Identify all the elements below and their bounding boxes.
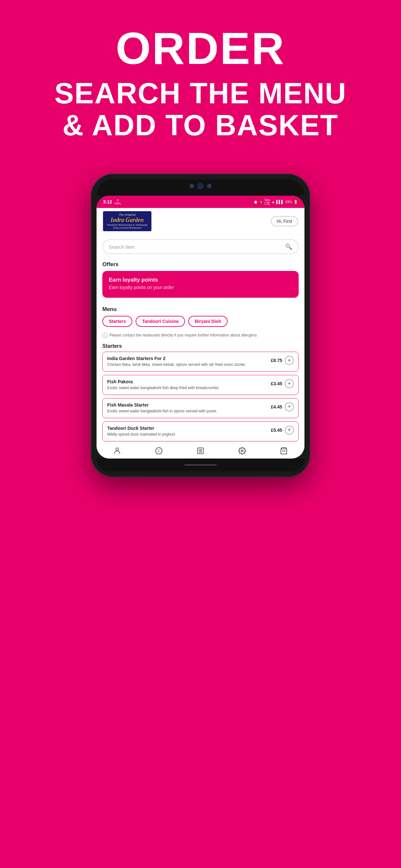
phone-top-bar bbox=[96, 180, 305, 196]
logo-main-name: Indra Garden bbox=[107, 217, 148, 224]
menu-title: Menu bbox=[102, 306, 299, 313]
search-icon: 🔍 bbox=[285, 243, 292, 250]
offer-card: Earn loyalty points Earn loyalty points … bbox=[102, 271, 299, 298]
offers-title: Offers bbox=[102, 261, 299, 268]
menu-tabs: Starters Tandoori Cuisine Biryani Dish bbox=[102, 316, 299, 327]
item-price-4: £5.45 bbox=[271, 428, 282, 433]
mute-icon: 🔇 bbox=[259, 200, 263, 204]
item-price-1: £8.75 bbox=[271, 358, 282, 363]
tab-starters[interactable]: Starters bbox=[102, 316, 132, 327]
phone-bottom-bar bbox=[96, 459, 305, 471]
starters-heading: Starters bbox=[102, 343, 299, 349]
signal-icon: ▌▌▌ bbox=[276, 200, 284, 204]
camera-dot-2 bbox=[197, 183, 204, 189]
search-box[interactable]: Search item 🔍 bbox=[102, 239, 299, 254]
phone-screen: 3:12 0KB/s ⏰ 🔇 VooLTE ▲ ▌▌▌ 43% 🔋 The Or… bbox=[96, 196, 305, 459]
nav-menu[interactable] bbox=[197, 447, 204, 455]
hero-section: ORDER SEARCH THE MENU& ADD TO BASKET bbox=[0, 0, 401, 154]
bottom-nav bbox=[96, 443, 305, 459]
add-button-1[interactable]: + bbox=[285, 356, 294, 365]
status-time: 3:12 bbox=[103, 199, 112, 205]
offer-card-title: Earn loyalty points bbox=[109, 277, 292, 283]
restaurant-logo: The Original Indra Garden Tandoori Resta… bbox=[103, 211, 151, 231]
phone-cameras bbox=[189, 183, 212, 189]
item-price-2: £3.45 bbox=[271, 381, 282, 386]
menu-item-3: Fish Masala Starter Exotic sweet water b… bbox=[102, 398, 299, 418]
item-info-3: Fish Masala Starter Exotic sweet water b… bbox=[107, 402, 271, 414]
item-desc-3: Exotic sweet water bangladeshi fish in s… bbox=[107, 408, 268, 414]
starters-section: Starters India Garden Starters For 2 Chi… bbox=[96, 341, 305, 441]
item-price-add-3: £4.45 + bbox=[271, 402, 294, 411]
allergen-text: Please contact the restaurant directly i… bbox=[110, 333, 257, 338]
item-desc-1: Chicken tikka, lamb tikka, sheek kebab, … bbox=[107, 362, 268, 368]
app-header: The Original Indra Garden Tandoori Resta… bbox=[96, 208, 305, 235]
hero-subtitle: SEARCH THE MENU& ADD TO BASKET bbox=[19, 78, 382, 142]
item-info-1: India Garden Starters For 2 Chicken tikk… bbox=[107, 356, 271, 368]
item-name-4: Tandoori Duck Starter bbox=[107, 426, 268, 431]
add-button-4[interactable]: + bbox=[285, 426, 294, 435]
item-name-3: Fish Masala Starter bbox=[107, 402, 268, 407]
battery-icon: 🔋 bbox=[294, 200, 298, 204]
network-icon: VooLTE bbox=[265, 198, 270, 206]
add-button-2[interactable]: + bbox=[285, 379, 294, 388]
item-price-add-4: £5.45 + bbox=[271, 426, 294, 435]
item-info-2: Fish Pakora Exotic sweet water banglades… bbox=[107, 379, 271, 391]
battery-text: 43% bbox=[285, 200, 292, 204]
offers-section: Offers Earn loyalty points Earn loyalty … bbox=[96, 259, 305, 302]
add-button-3[interactable]: + bbox=[285, 402, 294, 411]
item-price-add-2: £3.45 + bbox=[271, 379, 294, 388]
status-icons: ⏰ 🔇 VooLTE ▲ ▌▌▌ 43% 🔋 bbox=[253, 198, 298, 206]
home-indicator bbox=[184, 464, 217, 466]
item-info-4: Tandoori Duck Starter Mildly spiced duck… bbox=[107, 426, 271, 437]
alarm-icon: ⏰ bbox=[253, 200, 258, 204]
info-icon: i bbox=[102, 333, 107, 338]
item-desc-2: Exotic sweet water bangladeshi fish deep… bbox=[107, 385, 268, 391]
phone-frame: 3:12 0KB/s ⏰ 🔇 VooLTE ▲ ▌▌▌ 43% 🔋 The Or… bbox=[91, 174, 310, 477]
camera-dot-3 bbox=[207, 184, 212, 188]
svg-point-8 bbox=[241, 450, 243, 452]
nav-basket[interactable] bbox=[280, 447, 288, 455]
offer-card-desc: Earn loyalty points on your order bbox=[109, 285, 292, 290]
phone-mockup: 3:12 0KB/s ⏰ 🔇 VooLTE ▲ ▌▌▌ 43% 🔋 The Or… bbox=[0, 174, 401, 503]
allergen-notice: i Please contact the restaurant directly… bbox=[96, 330, 305, 341]
camera-dot-1 bbox=[189, 184, 194, 188]
svg-point-0 bbox=[116, 448, 119, 451]
item-price-add-1: £8.75 + bbox=[271, 356, 294, 365]
tab-tandoori[interactable]: Tandoori Cuisine bbox=[135, 316, 185, 327]
search-container: Search item 🔍 bbox=[96, 235, 305, 259]
status-data: 0KB/s bbox=[115, 198, 121, 205]
nav-info[interactable] bbox=[155, 447, 163, 455]
logo-sub: Tandoori Restaurant & Takeaway bbox=[107, 223, 148, 227]
menu-section: Menu Starters Tandoori Cuisine Biryani D… bbox=[96, 302, 305, 330]
logo-line1: The Original bbox=[107, 213, 148, 217]
greeting-button[interactable]: Hi, First bbox=[271, 216, 298, 226]
status-bar: 3:12 0KB/s ⏰ 🔇 VooLTE ▲ ▌▌▌ 43% 🔋 bbox=[96, 196, 305, 208]
menu-item-1: India Garden Starters For 2 Chicken tikk… bbox=[102, 352, 299, 372]
item-name-1: India Garden Starters For 2 bbox=[107, 356, 268, 361]
tab-biryani[interactable]: Biryani Dish bbox=[188, 316, 227, 327]
item-name-2: Fish Pakora bbox=[107, 379, 268, 384]
nav-profile[interactable] bbox=[113, 447, 121, 455]
menu-item-4: Tandoori Duck Starter Mildly spiced duck… bbox=[102, 422, 299, 441]
logo-sub2: Fully Licensed Restaurant bbox=[107, 227, 148, 229]
item-desc-4: Mildly spiced duck marinated in yoghurt bbox=[107, 432, 268, 437]
search-placeholder: Search item bbox=[109, 244, 135, 250]
menu-item-2: Fish Pakora Exotic sweet water banglades… bbox=[102, 375, 299, 395]
item-price-3: £4.45 bbox=[271, 404, 282, 409]
wifi-icon: ▲ bbox=[272, 200, 275, 204]
nav-settings[interactable] bbox=[238, 447, 246, 455]
hero-title: ORDER bbox=[19, 26, 382, 71]
